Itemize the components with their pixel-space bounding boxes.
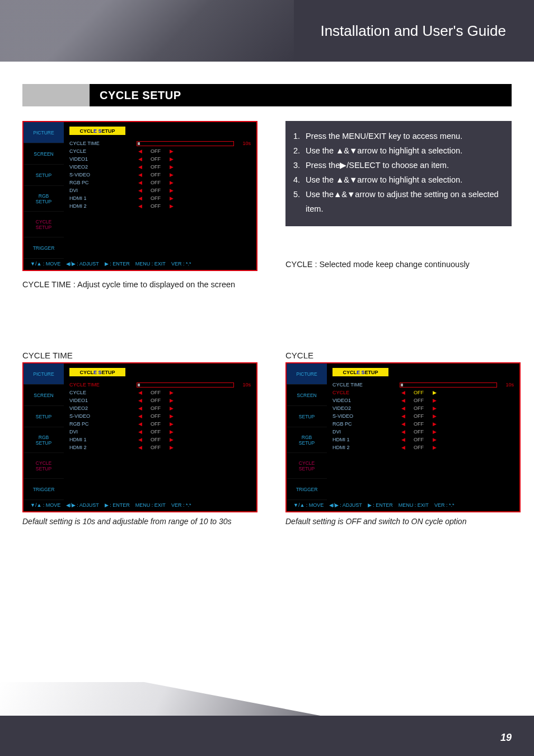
osd-row-label: RGB PC — [69, 421, 137, 427]
header-gradient — [0, 0, 294, 62]
right-arrow-icon: ▶ — [168, 437, 175, 442]
osd-row-value: OFF — [143, 188, 168, 193]
osd-row-value: OFF — [143, 148, 168, 154]
osd-tabs: PICTURE SCREEN SETUP RGB SETUP CYCLE SET… — [24, 122, 64, 259]
right-arrow-icon: ▶ — [168, 429, 175, 435]
left-arrow-icon: ◀ — [137, 398, 143, 403]
osd-panel-main: PICTURE SCREEN SETUP RGB SETUP CYCLE SET… — [22, 121, 257, 271]
osd-row: S-VIDEO◀OFF▶ — [69, 171, 251, 179]
osd-row-value: OFF — [143, 390, 168, 395]
osd-row-value: OFF — [143, 164, 168, 170]
right-arrow-icon: ▶ — [431, 445, 438, 450]
osd-tab-picture: PICTURE — [24, 363, 64, 385]
osd-row-label: DVI — [69, 429, 137, 435]
osd-row-value: OFF — [143, 405, 168, 411]
hint-enter: ▶ : ENTER — [105, 261, 130, 267]
osd-row: CYCLE TIME10s — [332, 381, 514, 389]
osd-slider: 10s — [400, 382, 514, 388]
right-arrow-icon: ▶ — [431, 437, 438, 442]
osd-tab-screen: SCREEN — [24, 385, 64, 406]
osd-row-label: VIDEO2 — [69, 164, 137, 170]
right-arrow-icon: ▶ — [431, 405, 438, 411]
osd-row-label: HDMI 1 — [69, 437, 137, 442]
osd-row-label: HDMI 2 — [332, 445, 400, 450]
osd-tab-trigger: TRIGGER — [24, 237, 64, 259]
sub-title-cycle: CYCLE — [285, 351, 521, 360]
osd-row-value: OFF — [406, 413, 431, 419]
right-arrow-icon: ▶ — [431, 413, 438, 419]
step-text: Use the ▲&▼arrow to highlight a selectio… — [306, 143, 462, 158]
right-arrow-icon: ▶ — [168, 413, 175, 419]
instruction-step: 2.Use the ▲&▼arrow to highlight a select… — [293, 143, 504, 158]
left-arrow-icon: ◀ — [137, 195, 143, 201]
caption-cycle-time: CYCLE TIME : Adjust cycle time to displa… — [22, 280, 257, 289]
footer-gradient — [0, 682, 320, 716]
step-text: Use the▲&▼arrow to adjust the setting on… — [306, 187, 504, 216]
osd-row: HDMI 2◀OFF▶ — [69, 444, 251, 451]
left-arrow-icon: ◀ — [137, 172, 143, 178]
right-arrow-icon: ▶ — [168, 445, 175, 450]
osd-row-label: CYCLE — [69, 148, 137, 154]
osd-row-value: OFF — [406, 405, 431, 411]
left-arrow-icon: ◀ — [137, 203, 143, 209]
right-arrow-icon: ▶ — [168, 180, 175, 185]
right-arrow-icon: ▶ — [431, 390, 438, 395]
osd-tabs: PICTURE SCREEN SETUP RGB SETUP CYCLE SET… — [24, 363, 64, 500]
osd-content-title: CYCLE SETUP — [332, 368, 388, 376]
osd-content-title: CYCLE SETUP — [69, 368, 125, 376]
instruction-step: 4.Use the ▲&▼arrow to highlight a select… — [293, 172, 504, 187]
osd-row: DVI◀OFF▶ — [332, 428, 514, 436]
osd-row-value: OFF — [143, 156, 168, 162]
hint-menu: MENU : EXIT — [135, 502, 166, 508]
step-text: Press the▶/SELECT to choose an item. — [306, 158, 449, 172]
section-bar-accent — [22, 84, 90, 106]
osd-row-label: CYCLE — [332, 390, 400, 395]
step-number: 3. — [293, 158, 306, 172]
right-arrow-icon: ▶ — [431, 421, 438, 427]
osd-row-value: OFF — [143, 445, 168, 450]
hint-enter: ▶ : ENTER — [368, 502, 393, 508]
osd-row-label: VIDEO1 — [69, 398, 137, 403]
page-number: 19 — [500, 732, 512, 744]
header-band: Installation and User's Guide — [0, 0, 534, 62]
sub-title-cycle-time: CYCLE TIME — [22, 351, 257, 360]
osd-row: RGB PC◀OFF▶ — [69, 420, 251, 428]
osd-row: VIDEO1◀OFF▶ — [69, 396, 251, 404]
left-arrow-icon: ◀ — [400, 398, 406, 403]
left-arrow-icon: ◀ — [400, 445, 406, 450]
osd-row: S-VIDEO◀OFF▶ — [332, 412, 514, 420]
osd-tab-rgb-setup: RGB SETUP — [24, 427, 64, 453]
osd-row-label: S-VIDEO — [332, 413, 400, 419]
osd-row-label: VIDEO2 — [69, 405, 137, 411]
right-arrow-icon: ▶ — [168, 203, 175, 209]
left-arrow-icon: ◀ — [400, 390, 406, 395]
osd-tab-rgb-setup: RGB SETUP — [287, 427, 327, 453]
step-text: Press the MENU/EXIT key to access menu. — [306, 129, 462, 143]
right-arrow-icon: ▶ — [168, 148, 175, 154]
hint-move: ▼/▲ : MOVE — [30, 502, 60, 508]
osd-hints: ▼/▲ : MOVE ◀/▶ : ADJUST ▶ : ENTER MENU :… — [24, 500, 256, 511]
osd-row-value: OFF — [143, 172, 168, 178]
osd-row-label: VIDEO1 — [69, 156, 137, 162]
osd-row: VIDEO2◀OFF▶ — [332, 404, 514, 412]
left-arrow-icon: ◀ — [137, 413, 143, 419]
left-arrow-icon: ◀ — [400, 437, 406, 442]
step-number: 2. — [293, 143, 306, 158]
left-arrow-icon: ◀ — [137, 445, 143, 450]
osd-row: HDMI 2◀OFF▶ — [332, 444, 514, 451]
right-arrow-icon: ▶ — [168, 390, 175, 395]
osd-row-label: HDMI 2 — [69, 203, 137, 209]
osd-slider-value: 10s — [237, 141, 251, 146]
osd-row: VIDEO2◀OFF▶ — [69, 404, 251, 412]
osd-tab-cycle-setup: CYCLE SETUP — [24, 212, 64, 237]
instruction-step: 1.Press the MENU/EXIT key to access menu… — [293, 129, 504, 143]
osd-row-value: OFF — [143, 180, 168, 185]
section-title-bar: CYCLE SETUP — [22, 84, 512, 106]
right-arrow-icon: ▶ — [431, 429, 438, 435]
osd-slider-fill — [138, 142, 140, 145]
osd-row: CYCLE TIME10s — [69, 139, 251, 147]
osd-slider-bar — [137, 141, 234, 146]
osd-row-value: OFF — [143, 421, 168, 427]
osd-tab-screen: SCREEN — [287, 385, 327, 406]
osd-row-value: OFF — [406, 437, 431, 442]
